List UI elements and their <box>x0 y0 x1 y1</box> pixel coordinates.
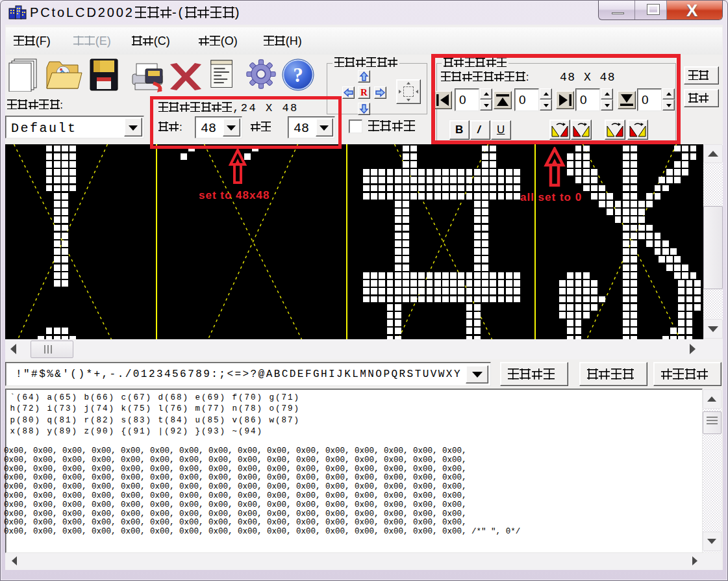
svg-text:?: ? <box>293 64 303 86</box>
